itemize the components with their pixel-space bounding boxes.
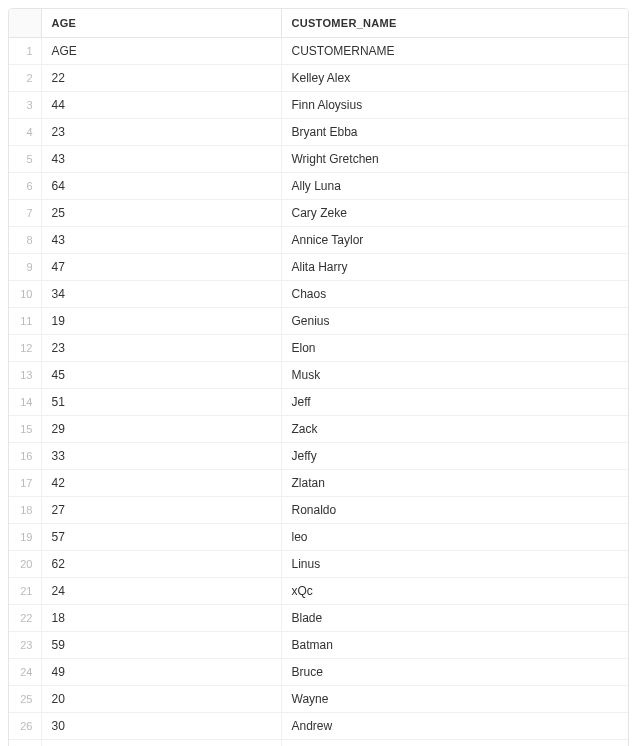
table-row[interactable]: 843Annice Taylor [9, 227, 628, 254]
table-row[interactable]: 344Finn Aloysius [9, 92, 628, 119]
table-header-row: AGE CUSTOMER_NAME [9, 9, 628, 38]
cell-customer-name[interactable]: Cary Zeke [281, 200, 628, 227]
cell-customer-name[interactable]: leo [281, 524, 628, 551]
cell-age[interactable]: 29 [41, 416, 281, 443]
cell-customer-name[interactable]: Bruce [281, 659, 628, 686]
row-number: 8 [9, 227, 41, 254]
cell-customer-name[interactable]: Finn Aloysius [281, 92, 628, 119]
cell-age[interactable]: 22 [41, 65, 281, 92]
table-row[interactable]: 2449Bruce [9, 659, 628, 686]
cell-customer-name[interactable]: Zlatan [281, 470, 628, 497]
cell-customer-name[interactable]: Kelley Alex [281, 65, 628, 92]
cell-age[interactable]: 33 [41, 443, 281, 470]
cell-customer-name[interactable]: Chaos [281, 281, 628, 308]
data-table: AGE CUSTOMER_NAME 1AGECUSTOMERNAME222Kel… [8, 8, 629, 746]
row-number: 27 [9, 740, 41, 747]
cell-customer-name[interactable]: Alita Harry [281, 254, 628, 281]
column-header-age[interactable]: AGE [41, 9, 281, 38]
table-row[interactable]: 1529Zack [9, 416, 628, 443]
table-row[interactable]: 1633Jeffy [9, 443, 628, 470]
column-header-customer-name[interactable]: CUSTOMER_NAME [281, 9, 628, 38]
table-row[interactable]: 1AGECUSTOMERNAME [9, 38, 628, 65]
cell-customer-name[interactable]: Pop [281, 740, 628, 747]
row-number: 10 [9, 281, 41, 308]
table-row[interactable]: 543Wright Gretchen [9, 146, 628, 173]
cell-customer-name[interactable]: Annice Taylor [281, 227, 628, 254]
table-row[interactable]: 1827Ronaldo [9, 497, 628, 524]
cell-age[interactable]: 51 [41, 389, 281, 416]
row-number: 13 [9, 362, 41, 389]
cell-age[interactable]: 20 [41, 686, 281, 713]
row-number: 23 [9, 632, 41, 659]
table-row[interactable]: 1742Zlatan [9, 470, 628, 497]
cell-age[interactable]: 57 [41, 524, 281, 551]
table-row[interactable]: 725Cary Zeke [9, 200, 628, 227]
cell-age[interactable]: 59 [41, 632, 281, 659]
row-number: 20 [9, 551, 41, 578]
table-row[interactable]: 2520Wayne [9, 686, 628, 713]
cell-customer-name[interactable]: Elon [281, 335, 628, 362]
cell-age[interactable]: AGE [41, 38, 281, 65]
cell-age[interactable]: 42 [41, 470, 281, 497]
cell-customer-name[interactable]: Ronaldo [281, 497, 628, 524]
row-number: 24 [9, 659, 41, 686]
cell-age[interactable]: 23 [41, 119, 281, 146]
cell-age[interactable]: 30 [41, 713, 281, 740]
cell-customer-name[interactable]: Genius [281, 308, 628, 335]
cell-age[interactable]: 18 [41, 605, 281, 632]
cell-customer-name[interactable]: Wayne [281, 686, 628, 713]
cell-age[interactable]: 43 [41, 146, 281, 173]
table-row[interactable]: 2630Andrew [9, 713, 628, 740]
cell-customer-name[interactable]: Ally Luna [281, 173, 628, 200]
cell-customer-name[interactable]: Wright Gretchen [281, 146, 628, 173]
table-row[interactable]: 947Alita Harry [9, 254, 628, 281]
table-row[interactable]: 1451Jeff [9, 389, 628, 416]
cell-age[interactable]: 23 [41, 335, 281, 362]
table-row[interactable]: 2761Pop [9, 740, 628, 747]
cell-customer-name[interactable]: Musk [281, 362, 628, 389]
table-row[interactable]: 1119Genius [9, 308, 628, 335]
cell-customer-name[interactable]: Bryant Ebba [281, 119, 628, 146]
cell-customer-name[interactable]: Jeff [281, 389, 628, 416]
cell-customer-name[interactable]: Zack [281, 416, 628, 443]
rownum-header [9, 9, 41, 38]
cell-age[interactable]: 25 [41, 200, 281, 227]
table-row[interactable]: 1223Elon [9, 335, 628, 362]
cell-age[interactable]: 62 [41, 551, 281, 578]
cell-customer-name[interactable]: xQc [281, 578, 628, 605]
table-row[interactable]: 1034Chaos [9, 281, 628, 308]
table-row[interactable]: 1957leo [9, 524, 628, 551]
table-row[interactable]: 2124xQc [9, 578, 628, 605]
row-number: 18 [9, 497, 41, 524]
cell-age[interactable]: 47 [41, 254, 281, 281]
cell-age[interactable]: 19 [41, 308, 281, 335]
cell-age[interactable]: 24 [41, 578, 281, 605]
cell-customer-name[interactable]: Andrew [281, 713, 628, 740]
cell-age[interactable]: 43 [41, 227, 281, 254]
row-number: 9 [9, 254, 41, 281]
cell-customer-name[interactable]: Blade [281, 605, 628, 632]
cell-customer-name[interactable]: CUSTOMERNAME [281, 38, 628, 65]
table-row[interactable]: 1345Musk [9, 362, 628, 389]
table-row[interactable]: 2359Batman [9, 632, 628, 659]
table-row[interactable]: 423Bryant Ebba [9, 119, 628, 146]
row-number: 11 [9, 308, 41, 335]
row-number: 3 [9, 92, 41, 119]
row-number: 16 [9, 443, 41, 470]
cell-age[interactable]: 27 [41, 497, 281, 524]
table-row[interactable]: 2218Blade [9, 605, 628, 632]
cell-age[interactable]: 64 [41, 173, 281, 200]
cell-age[interactable]: 34 [41, 281, 281, 308]
cell-age[interactable]: 61 [41, 740, 281, 747]
cell-customer-name[interactable]: Jeffy [281, 443, 628, 470]
cell-customer-name[interactable]: Linus [281, 551, 628, 578]
cell-age[interactable]: 44 [41, 92, 281, 119]
row-number: 15 [9, 416, 41, 443]
row-number: 1 [9, 38, 41, 65]
cell-age[interactable]: 49 [41, 659, 281, 686]
cell-age[interactable]: 45 [41, 362, 281, 389]
table-row[interactable]: 222Kelley Alex [9, 65, 628, 92]
cell-customer-name[interactable]: Batman [281, 632, 628, 659]
table-row[interactable]: 2062Linus [9, 551, 628, 578]
table-row[interactable]: 664Ally Luna [9, 173, 628, 200]
